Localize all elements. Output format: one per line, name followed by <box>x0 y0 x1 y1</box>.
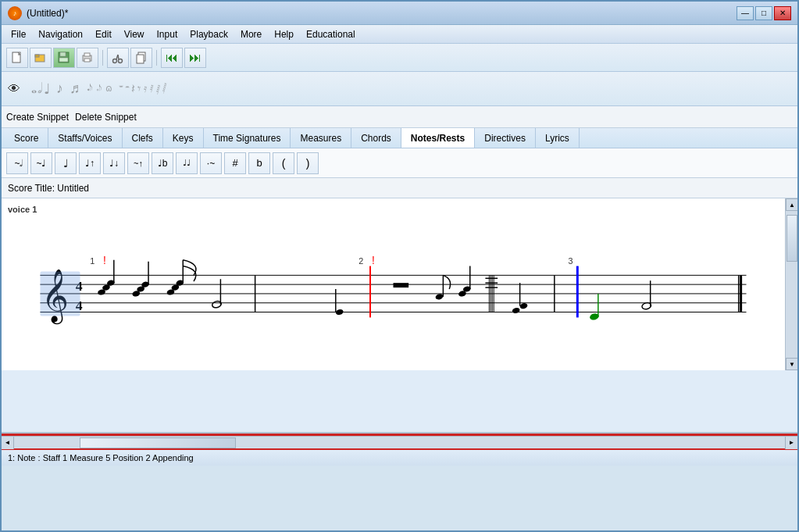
scissors-icon <box>112 52 124 64</box>
note-eighth[interactable]: ♪ <box>55 79 65 98</box>
create-snippet-button[interactable]: Create Snippet <box>6 112 69 123</box>
main-toolbar: ⏮ ⏭ <box>2 44 797 72</box>
close-button[interactable]: ✕ <box>774 6 791 20</box>
svg-rect-46 <box>394 283 409 287</box>
empty-area <box>2 370 797 433</box>
status-bar: 1: Note : Staff 1 Measure 5 Position 2 A… <box>2 448 797 466</box>
note-btn-quarter[interactable]: ♩ <box>55 152 77 174</box>
note-64th[interactable]: 𝆹𝅥𝅮 <box>95 81 101 97</box>
tab-time-signatures[interactable]: Time Signatures <box>204 128 291 148</box>
rest-quarter[interactable]: 𝄽 <box>130 80 133 98</box>
rest-64th[interactable]: 𝅁 <box>155 81 158 97</box>
menu-navigation[interactable]: Navigation <box>32 27 89 41</box>
svg-rect-5 <box>59 58 68 62</box>
svg-rect-23 <box>40 271 80 316</box>
scroll-thumb-v[interactable] <box>787 215 797 262</box>
svg-text:!: ! <box>372 255 375 266</box>
tab-score[interactable]: Score <box>5 128 48 148</box>
go-end-button[interactable]: ⏭ <box>184 48 206 68</box>
open-button[interactable] <box>30 48 52 68</box>
menu-file[interactable]: File <box>5 27 32 41</box>
note-btn-close-paren[interactable]: ) <box>297 152 319 174</box>
note-btn-open-paren[interactable]: ( <box>273 152 294 174</box>
svg-text:3: 3 <box>569 256 573 266</box>
save-button[interactable] <box>53 48 75 68</box>
menu-educational[interactable]: Educational <box>300 27 362 41</box>
note-toolbar: 👁 𝅝 𝅗𝅥 ♩ ♪ ♬ 𝆺𝅥𝅮 𝆹𝅥𝅮 ɷ 𝄻 𝄼 𝄽 𝄾 𝄿 𝅀 𝅁 𝅂 <box>2 72 797 106</box>
tab-keys[interactable]: Keys <box>163 128 204 148</box>
note-quarter[interactable]: ♩ <box>42 79 52 99</box>
scroll-left-arrow[interactable]: ◄ <box>2 437 14 449</box>
svg-point-60 <box>519 302 528 309</box>
note-btn-flat[interactable]: b <box>248 152 270 174</box>
tab-measures[interactable]: Measures <box>291 128 351 148</box>
score-area[interactable]: voice 1 𝄞 4 4 1 ! <box>2 198 785 370</box>
note-btn-sharp[interactable]: # <box>224 152 246 174</box>
score-area-wrapper: voice 1 𝄞 4 4 1 ! <box>2 198 797 370</box>
cut-button[interactable] <box>107 48 129 68</box>
music-staff: 𝄞 4 4 1 ! <box>17 228 769 353</box>
svg-text:1: 1 <box>90 256 95 266</box>
note-sixteenth[interactable]: ♬ <box>68 79 82 98</box>
score-title-bar: Score Title: Untitled <box>2 178 797 198</box>
note-btn-double[interactable]: ♩♩ <box>176 152 198 174</box>
rest-half[interactable]: 𝄼 <box>123 80 127 98</box>
tab-directives[interactable]: Directives <box>475 128 536 148</box>
svg-rect-7 <box>84 53 90 56</box>
note-half[interactable]: 𝅗𝅥 <box>36 79 39 98</box>
minimize-button[interactable]: — <box>737 6 754 20</box>
bottom-area: ◄ ► 1: Note : Staff 1 Measure 5 Position… <box>2 433 797 466</box>
tab-chords[interactable]: Chords <box>351 128 401 148</box>
note-btn-up[interactable]: ♩↑ <box>79 152 101 174</box>
maximize-button[interactable]: □ <box>755 6 772 20</box>
svg-rect-2 <box>35 55 39 57</box>
scroll-right-arrow[interactable]: ► <box>785 437 797 449</box>
note-btn-tilde-quarter[interactable]: ~♩ <box>30 152 52 174</box>
scroll-thumb-h[interactable] <box>80 437 236 448</box>
new-button[interactable] <box>6 48 28 68</box>
menu-view[interactable]: View <box>118 27 151 41</box>
print-icon <box>81 52 94 64</box>
copy-button[interactable] <box>130 48 152 68</box>
svg-rect-4 <box>60 52 66 56</box>
tab-clefs[interactable]: Clefs <box>123 128 163 148</box>
score-title-label: Score Title: Untitled <box>8 183 89 194</box>
svg-rect-8 <box>84 59 90 62</box>
vertical-scrollbar[interactable]: ▲ ▼ <box>785 198 797 370</box>
app-icon: ♪ <box>8 6 22 20</box>
svg-point-59 <box>512 307 520 314</box>
menu-help[interactable]: Help <box>268 27 300 41</box>
note-btn-b-quarter[interactable]: ♩b <box>152 152 173 174</box>
status-text: 1: Note : Staff 1 Measure 5 Position 2 A… <box>8 453 194 462</box>
note-128th[interactable]: ɷ <box>104 81 114 96</box>
note-btn-down[interactable]: ♩↓ <box>103 152 125 174</box>
menu-playback[interactable]: Playback <box>184 27 234 41</box>
note-btn-tilde-up[interactable]: ~↑ <box>127 152 149 174</box>
note-whole[interactable]: 𝅝 <box>30 79 33 98</box>
tab-notes-rests[interactable]: Notes/Rests <box>401 128 475 148</box>
print-button[interactable] <box>77 48 98 68</box>
rest-whole[interactable]: 𝄻 <box>117 80 120 98</box>
menu-more[interactable]: More <box>234 27 268 41</box>
note-btn-dot-tilde[interactable]: ·~ <box>200 152 222 174</box>
menu-edit[interactable]: Edit <box>89 27 118 41</box>
go-start-button[interactable]: ⏮ <box>161 48 183 68</box>
tab-lyrics[interactable]: Lyrics <box>536 128 580 148</box>
eye-icon[interactable]: 👁 <box>8 82 20 96</box>
rest-16th[interactable]: 𝄿 <box>142 81 145 97</box>
rest-128th[interactable]: 𝅂 <box>161 81 164 96</box>
scroll-down-arrow[interactable]: ▼ <box>786 358 797 370</box>
rest-32nd[interactable]: 𝅀 <box>148 81 152 97</box>
note-btn-tilde-whole[interactable]: ~𝅗𝅥 <box>6 152 28 174</box>
save-icon <box>58 52 70 64</box>
scroll-up-arrow[interactable]: ▲ <box>786 198 797 211</box>
menu-input[interactable]: Input <box>151 27 184 41</box>
horizontal-scrollbar[interactable]: ◄ ► <box>2 436 797 448</box>
main-window: ♪ (Untitled)* — □ ✕ File Navigation Edit… <box>0 0 799 532</box>
delete-snippet-button[interactable]: Delete Snippet <box>75 112 137 123</box>
note-32nd[interactable]: 𝆺𝅥𝅮 <box>85 81 91 97</box>
menu-bar: File Navigation Edit View Input Playback… <box>2 25 797 44</box>
tab-staffs-voices[interactable]: Staffs/Voices <box>48 128 122 148</box>
rest-eighth[interactable]: 𝄾 <box>136 80 139 98</box>
toolbar-sep1 <box>102 50 103 66</box>
